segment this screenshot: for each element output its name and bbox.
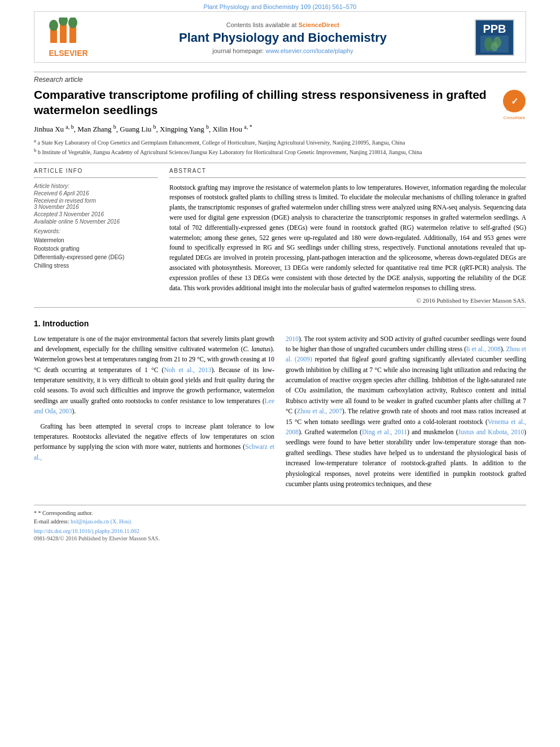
ding-link[interactable]: Ding et al., 2011 <box>362 429 407 435</box>
issn-line: 0981-9428/© 2016 Published by Elsevier M… <box>34 535 526 541</box>
article-info-abstract-row: ARTICLE INFO Article history: Received 6… <box>34 168 526 304</box>
abstract-label: ABSTRACT <box>169 168 526 174</box>
received-date: Received 6 April 2016 <box>34 190 158 196</box>
intro-text-columns: Low temperature is one of the major envi… <box>34 334 526 494</box>
ppb-label: PPB <box>483 23 506 36</box>
justus-link[interactable]: Justus and Kubota, 2010 <box>458 429 524 435</box>
intro-para-1: Low temperature is one of the major envi… <box>34 334 274 417</box>
sciencedirect-link[interactable]: ScienceDirect <box>299 21 340 28</box>
affil-b: b b Institute of Vegetable, Jiangsu Acad… <box>34 147 526 156</box>
content-area: Research article Comparative transcripto… <box>34 63 526 547</box>
crossmark-icon: ✓ CrossMark <box>502 89 526 113</box>
article-info-col: ARTICLE INFO Article history: Received 6… <box>34 168 158 304</box>
keyword-deg: Differentially-expressed gene (DEG) <box>34 253 158 261</box>
title-row: Comparative transcriptome profiling of c… <box>34 87 526 124</box>
email-link[interactable]: hxl@njau.edu.cn (X. Hou). <box>71 518 132 525</box>
doi-line[interactable]: http://dx.doi.org/10.1016/j.plaphy.2016.… <box>34 528 526 534</box>
keyword-watermelon: Watermelon <box>34 236 158 244</box>
keywords-list: Watermelon Rootstock grafting Differenti… <box>34 236 158 270</box>
journal-header-box: ELSEVIER Contents lists available at Sci… <box>34 11 526 63</box>
crossmark-label: CrossMark <box>502 115 526 120</box>
affiliations: a a State Key Laboratory of Crop Genetic… <box>34 137 526 157</box>
author-xingping: Xingping Yang b, <box>160 125 213 133</box>
author-guang: Guang Liu b, <box>120 125 160 133</box>
received-revised: Received in revised formReceived in revi… <box>34 198 158 210</box>
journal-title: Plant Physiology and Biochemistry <box>91 30 475 45</box>
available-date: Available online 5 November 2016 <box>34 219 158 225</box>
svg-point-9 <box>491 42 498 51</box>
elsevier-tree-icon <box>47 18 90 49</box>
accepted-date: Accepted 3 November 2016 <box>34 211 158 217</box>
journal-citation-header: Plant Physiology and Biochemistry 109 (2… <box>0 0 560 11</box>
lee-link[interactable]: Lee and Oda, 2003 <box>34 397 274 414</box>
info-divider <box>34 177 158 178</box>
svg-text:CrossMark: CrossMark <box>506 108 523 111</box>
intro-section-title: Introduction <box>43 319 89 328</box>
svg-rect-2 <box>69 26 76 43</box>
title-text-block: Comparative transcriptome profiling of c… <box>34 87 495 124</box>
intro-heading: 1. Introduction <box>34 319 526 328</box>
keyword-rootstock: Rootstock grafting <box>34 244 158 253</box>
elsevier-logo: ELSEVIER <box>46 18 91 58</box>
affil-a: a a State Key Laboratory of Crop Genetic… <box>34 137 526 147</box>
email-label: E-mail address: <box>34 518 69 525</box>
top-divider <box>34 72 526 72</box>
crossmark-badge[interactable]: ✓ CrossMark CrossMark <box>502 89 526 120</box>
schwarz-link[interactable]: Schwarz et al., <box>34 443 274 460</box>
svg-rect-1 <box>60 23 67 43</box>
abstract-text: Rootstock grafting may improve the resis… <box>169 183 526 294</box>
journal-citation: Plant Physiology and Biochemistry 109 (2… <box>204 3 357 10</box>
keywords-label: Keywords: <box>34 228 158 234</box>
email-footnote: E-mail address: hxl@njau.edu.cn (X. Hou)… <box>34 517 526 526</box>
intro-section: 1. Introduction Low temperature is one o… <box>34 319 526 494</box>
history-label: Article history: <box>34 183 158 189</box>
abstract-copyright: © 2016 Published by Elsevier Masson SAS. <box>169 297 526 304</box>
abstract-divider <box>169 177 526 178</box>
intro-section-number: 1. <box>34 319 41 328</box>
contents-label: Contents lists available at <box>226 21 297 28</box>
article-info-label: ARTICLE INFO <box>34 168 158 174</box>
authors-line: Jinhua Xu a, b, Man Zhang b, Guang Liu b… <box>34 124 526 134</box>
intro-para-2: Grafting has been attempted in several c… <box>34 421 274 463</box>
homepage-label: journal homepage: <box>212 47 264 54</box>
intro-left-col: Low temperature is one of the major envi… <box>34 334 274 494</box>
journal-header-center: Contents lists available at ScienceDirec… <box>91 21 475 54</box>
article-history: Article history: Received 6 April 2016 R… <box>34 183 158 225</box>
ref-2010[interactable]: 2010 <box>286 335 299 342</box>
mid-divider <box>34 163 526 163</box>
li-link[interactable]: li et al., 2008 <box>466 346 501 352</box>
ppb-logo: PPB <box>475 19 514 56</box>
abstract-col: ABSTRACT Rootstock grafting may improve … <box>169 168 526 304</box>
sciencedirect-line: Contents lists available at ScienceDirec… <box>91 21 475 28</box>
paper-title: Comparative transcriptome profiling of c… <box>34 87 495 118</box>
corresponding-label: * Corresponding author. <box>38 510 93 516</box>
footnote-area: * * Corresponding author. E-mail address… <box>34 505 526 541</box>
elsevier-label: ELSEVIER <box>49 49 88 58</box>
author-xilin: Xilin Hou a, * <box>213 125 252 133</box>
section-divider <box>34 307 526 308</box>
author-man: Man Zhang b, <box>77 125 120 133</box>
doi-url[interactable]: http://dx.doi.org/10.1016/j.plaphy.2016.… <box>34 528 139 534</box>
article-type-label: Research article <box>34 76 526 84</box>
journal-homepage-line: journal homepage: www.elsevier.com/locat… <box>91 47 475 54</box>
svg-text:✓: ✓ <box>511 97 518 106</box>
ppb-journal-image <box>480 36 509 53</box>
corresponding-author: * * Corresponding author. <box>34 509 526 517</box>
homepage-url[interactable]: www.elsevier.com/locate/plaphy <box>265 47 353 54</box>
author-jinhua: Jinhua Xu a, b, <box>34 125 77 133</box>
noh-link[interactable]: Noh et al., 2013 <box>164 366 211 373</box>
intro-right-col: 2010). The root system activity and SOD … <box>286 334 526 494</box>
zhou-2007-link[interactable]: Zhou et al., 2007 <box>297 408 342 414</box>
keyword-chilling: Chilling stress <box>34 261 158 270</box>
intro-right-para-1: 2010). The root system activity and SOD … <box>286 334 526 490</box>
svg-point-3 <box>49 20 58 31</box>
